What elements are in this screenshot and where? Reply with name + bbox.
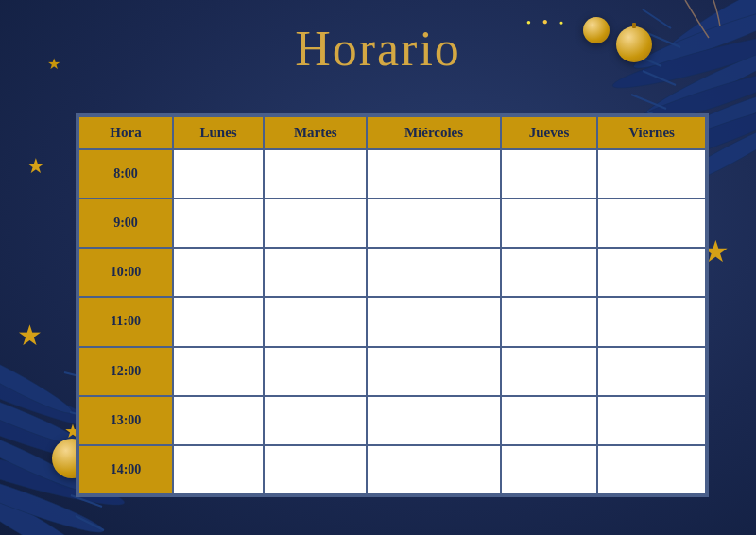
content-cell-2-1[interactable]	[264, 248, 367, 297]
content-cell-0-4[interactable]	[597, 149, 706, 198]
content-cell-4-3[interactable]	[501, 347, 598, 396]
content-cell-6-0[interactable]	[173, 445, 264, 494]
content-cell-5-4[interactable]	[597, 396, 706, 445]
content-cell-6-1[interactable]	[264, 445, 367, 494]
content-cell-0-1[interactable]	[264, 149, 367, 198]
table-row: 8:00	[78, 149, 706, 198]
content-cell-2-4[interactable]	[597, 248, 706, 297]
table-row: 14:00	[78, 445, 706, 494]
hora-cell-4: 12:00	[78, 347, 173, 396]
star-1: ★	[26, 156, 45, 177]
star-2: ★	[17, 321, 43, 350]
content-cell-1-2[interactable]	[367, 198, 500, 248]
content-cell-3-0[interactable]	[173, 297, 264, 346]
content-cell-0-3[interactable]	[501, 149, 598, 198]
header-jueves: Jueves	[501, 116, 598, 149]
table-row: 9:00	[78, 198, 706, 248]
content-cell-2-3[interactable]	[501, 248, 598, 297]
schedule-table: Hora Lunes Martes Miércoles Jueves Viern…	[77, 115, 707, 495]
hora-cell-2: 10:00	[78, 248, 173, 297]
content-cell-6-3[interactable]	[501, 445, 598, 494]
content-cell-5-3[interactable]	[501, 396, 598, 445]
page-title: Horario	[0, 21, 756, 77]
content-cell-4-2[interactable]	[367, 347, 500, 396]
table-row: 12:00	[78, 347, 706, 396]
content-cell-6-2[interactable]	[367, 445, 500, 494]
header-lunes: Lunes	[173, 116, 264, 149]
content-cell-5-0[interactable]	[173, 396, 264, 445]
content-cell-4-4[interactable]	[597, 347, 706, 396]
content-cell-4-1[interactable]	[264, 347, 367, 396]
hora-cell-0: 8:00	[78, 149, 173, 198]
content-cell-2-0[interactable]	[173, 248, 264, 297]
hora-cell-5: 13:00	[78, 396, 173, 445]
hora-cell-3: 11:00	[78, 297, 173, 346]
content-cell-3-3[interactable]	[501, 297, 598, 346]
header-hora: Hora	[78, 116, 173, 149]
header-martes: Martes	[264, 116, 367, 149]
table-row: 13:00	[78, 396, 706, 445]
hora-cell-1: 9:00	[78, 198, 173, 248]
content-cell-6-4[interactable]	[597, 445, 706, 494]
content-cell-1-3[interactable]	[501, 198, 598, 248]
content-cell-1-1[interactable]	[264, 198, 367, 248]
content-cell-5-2[interactable]	[367, 396, 500, 445]
content-cell-2-2[interactable]	[367, 248, 500, 297]
table-row: 11:00	[78, 297, 706, 346]
header-viernes: Viernes	[597, 116, 706, 149]
content-cell-3-2[interactable]	[367, 297, 500, 346]
content-cell-1-4[interactable]	[597, 198, 706, 248]
content-cell-1-0[interactable]	[173, 198, 264, 248]
table-row: 10:00	[78, 248, 706, 297]
content-cell-4-0[interactable]	[173, 347, 264, 396]
content-cell-5-1[interactable]	[264, 396, 367, 445]
hora-cell-6: 14:00	[78, 445, 173, 494]
content-cell-3-4[interactable]	[597, 297, 706, 346]
content-cell-0-2[interactable]	[367, 149, 500, 198]
content-cell-0-0[interactable]	[173, 149, 264, 198]
header-miercoles: Miércoles	[367, 116, 500, 149]
schedule-container: Hora Lunes Martes Miércoles Jueves Viern…	[76, 113, 709, 497]
content-cell-3-1[interactable]	[264, 297, 367, 346]
